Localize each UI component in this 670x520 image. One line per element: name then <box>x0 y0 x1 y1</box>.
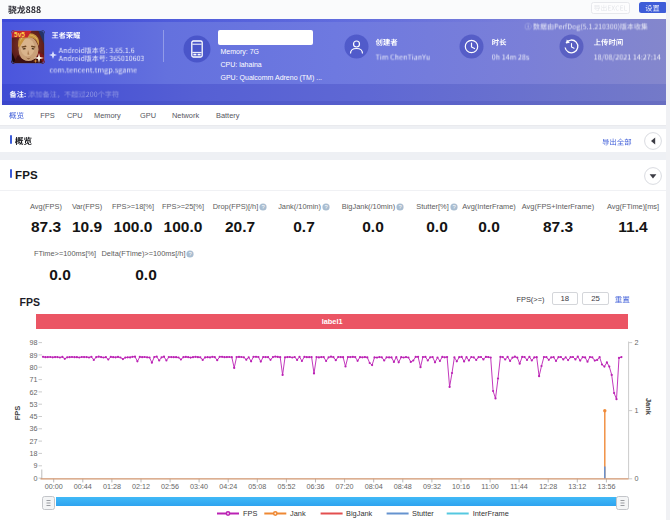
svg-text:9: 9 <box>34 461 38 470</box>
svg-text:13:12: 13:12 <box>568 482 586 491</box>
svg-text:10:16: 10:16 <box>452 482 470 491</box>
svg-text:98: 98 <box>30 338 38 347</box>
svg-text:71: 71 <box>30 375 38 384</box>
svg-text:11:44: 11:44 <box>510 482 527 491</box>
svg-text:09:32: 09:32 <box>423 482 441 491</box>
svg-text:80: 80 <box>30 363 38 372</box>
svg-text:27: 27 <box>30 437 38 446</box>
svg-text:Jank: Jank <box>290 509 306 518</box>
svg-text:00:44: 00:44 <box>74 482 92 491</box>
svg-text:13:56: 13:56 <box>597 482 615 491</box>
svg-text:02:12: 02:12 <box>132 482 150 491</box>
svg-text:1: 1 <box>635 406 639 415</box>
svg-text:11:00: 11:00 <box>481 482 498 491</box>
svg-text:03:40: 03:40 <box>190 482 208 491</box>
svg-text:00:00: 00:00 <box>45 482 63 491</box>
svg-text:0: 0 <box>34 474 38 483</box>
svg-text:05:52: 05:52 <box>277 482 295 491</box>
svg-text:62: 62 <box>30 388 38 397</box>
svg-text:02:56: 02:56 <box>161 482 179 491</box>
svg-text:08:04: 08:04 <box>365 482 383 491</box>
svg-text:89: 89 <box>30 351 38 360</box>
svg-text:08:48: 08:48 <box>394 482 412 491</box>
svg-text:BigJank: BigJank <box>346 509 373 518</box>
svg-text:06:36: 06:36 <box>307 482 325 491</box>
svg-text:2: 2 <box>635 338 639 347</box>
svg-text:0: 0 <box>635 474 639 483</box>
svg-text:18: 18 <box>30 449 38 458</box>
svg-text:FPS: FPS <box>243 509 257 518</box>
svg-text:53: 53 <box>30 400 38 409</box>
svg-text:01:28: 01:28 <box>103 482 121 491</box>
svg-text:45: 45 <box>30 412 38 421</box>
svg-text:5v5: 5v5 <box>14 31 25 38</box>
svg-text:Jank: Jank <box>644 398 653 416</box>
svg-text:FPS: FPS <box>13 406 22 421</box>
svg-text:36: 36 <box>30 424 38 433</box>
svg-text:04:24: 04:24 <box>219 482 237 491</box>
svg-text:Stutter: Stutter <box>412 509 434 518</box>
svg-text:05:08: 05:08 <box>248 482 266 491</box>
svg-text:12:28: 12:28 <box>539 482 557 491</box>
svg-text:InterFrame: InterFrame <box>473 509 509 518</box>
svg-text:07:20: 07:20 <box>336 482 354 491</box>
